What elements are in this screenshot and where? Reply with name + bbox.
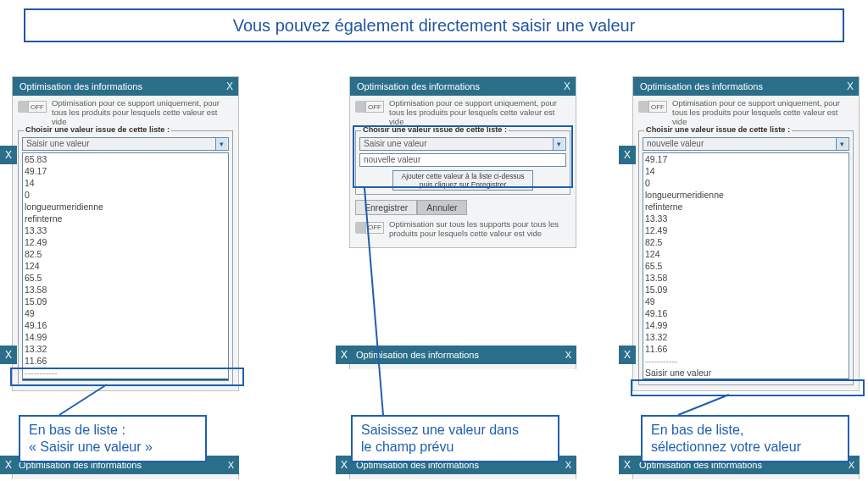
list-item[interactable]: refinterne [645, 201, 847, 213]
close-icon[interactable]: X [0, 456, 17, 474]
dialog-title: Optimisation des informations [19, 81, 142, 91]
chevron-down-icon: ▾ [553, 138, 565, 150]
dialog-fragment [349, 364, 576, 369]
close-icon[interactable]: X [619, 346, 636, 364]
toggle-description: Optimisation pour ce support uniquement,… [389, 99, 570, 127]
list-item[interactable]: 49 [25, 307, 226, 319]
list-item[interactable]: 13.33 [25, 224, 226, 236]
callout-line: Saisissez une valeur dans [361, 422, 549, 439]
close-icon: X [565, 460, 571, 470]
list-item[interactable]: 0 [25, 189, 226, 201]
list-item[interactable]: 0 [645, 177, 847, 189]
value-dropdown[interactable]: Saisir une valeur ▾ [22, 137, 229, 151]
list-item[interactable]: 13.58 [645, 272, 847, 284]
callout-line: En bas de liste : [29, 422, 197, 439]
list-item[interactable]: 49.16 [25, 319, 226, 331]
dialog-header[interactable]: Optimisation des informations X [13, 77, 238, 96]
value-dropdown[interactable]: Saisir une valeur ▾ [359, 137, 566, 151]
list-item[interactable]: 14.99 [645, 319, 847, 331]
toggle-off[interactable] [355, 101, 384, 113]
callout-line: sélectionnez votre valeur [651, 439, 839, 456]
hint-line: Ajouter cette valeur à la liste ci-dessu… [395, 172, 531, 180]
close-icon[interactable]: X [619, 146, 636, 164]
list-item[interactable]: 65.83 [25, 153, 226, 165]
list-item[interactable]: 124 [25, 260, 226, 272]
close-icon[interactable]: X [0, 146, 17, 164]
list-item[interactable]: 13.58 [25, 284, 226, 296]
list-item[interactable]: 14 [645, 165, 847, 177]
stage: Optimisation des informations X Optimisa… [0, 61, 868, 481]
value-fieldset: Choisir une valeur issue de cette liste … [638, 130, 854, 385]
fieldset-legend: Choisir une valeur issue de cette liste … [24, 125, 171, 134]
chevron-down-icon: ▾ [215, 138, 227, 150]
new-value-input[interactable]: nouvelle valeur [359, 153, 566, 167]
list-item[interactable]: 14.99 [25, 331, 226, 343]
list-item[interactable]: 12.49 [645, 224, 847, 236]
svg-line-2 [678, 395, 729, 415]
value-listbox[interactable]: 65.8349.17140longueurmeridiennerefintern… [22, 152, 229, 381]
dropdown-value: nouvelle valeur [647, 139, 704, 148]
list-item[interactable]: 13.33 [645, 213, 847, 224]
dialog-fragment [12, 474, 239, 479]
close-icon[interactable]: X [564, 77, 570, 96]
list-item-selected[interactable]: nouvelle valeur▾ [643, 379, 849, 381]
callout-step1: En bas de liste : « Saisir une valeur » [19, 415, 207, 462]
toggle-off[interactable] [18, 101, 47, 113]
callout-line: « Saisir une valeur » [29, 439, 197, 456]
dialog-body: Optimisation pour ce support uniquement,… [350, 96, 576, 247]
dialog-step2: Optimisation des informations X Optimisa… [349, 76, 576, 248]
list-item[interactable]: 49.16 [645, 307, 847, 319]
list-item[interactable]: 15.09 [645, 284, 847, 296]
toggle-off[interactable] [638, 101, 667, 113]
list-item[interactable]: 14 [25, 177, 226, 189]
dialog-body: Optimisation pour ce support uniquement,… [13, 96, 238, 390]
save-button[interactable]: Enregistrer [355, 200, 417, 215]
list-item[interactable]: 65.5 [645, 260, 847, 272]
dialog-title: Optimisation des informations [356, 350, 479, 360]
list-item[interactable]: 12.49 [25, 236, 226, 248]
list-item[interactable]: 11.66 [645, 343, 847, 355]
dialog-title: Optimisation des informations [640, 81, 763, 91]
dialog-title: Optimisation des informations [357, 81, 480, 91]
close-icon[interactable]: X [226, 77, 233, 96]
list-item[interactable]: 49.17 [25, 165, 226, 177]
chevron-down-icon: ▾ [836, 138, 848, 150]
list-separator: ----------- [645, 355, 847, 367]
instruction-banner-text: Vous pouvez également directement saisir… [233, 16, 636, 36]
toggle-off[interactable] [355, 222, 384, 234]
callout-line: En bas de liste, [651, 422, 839, 439]
list-item-selected[interactable]: Saisir une valeur▾ [23, 379, 228, 381]
dialog-header[interactable]: Optimisation des informations X [350, 77, 576, 96]
value-fieldset: Choisir une valeur issue de cette liste … [18, 130, 233, 385]
cancel-button[interactable]: Annuler [417, 200, 466, 215]
close-icon[interactable]: X [0, 346, 17, 364]
list-item[interactable]: 13.32 [25, 343, 226, 355]
list-item[interactable]: 15.09 [25, 296, 226, 307]
toggle-description: Optimisation pour ce support uniquement,… [672, 99, 854, 127]
button-row: Enregistrer Annuler [355, 200, 570, 215]
fieldset-legend: Choisir une valeur issue de cette liste … [644, 125, 792, 134]
toggle-description: Optimisation pour ce support uniquement,… [52, 99, 233, 127]
value-fieldset: Choisir une valeur issue de cette liste … [355, 130, 570, 195]
instruction-banner: Vous pouvez également directement saisir… [24, 8, 844, 42]
value-listbox[interactable]: 49.17140longueurmeridiennerefinterne13.3… [643, 152, 849, 381]
list-item[interactable]: 82.5 [25, 248, 226, 260]
close-icon[interactable]: X [847, 77, 854, 96]
list-item[interactable]: 65.5 [25, 272, 226, 284]
callout-step2: Saisissez une valeur dans le champ prévu [351, 415, 559, 462]
dialog-fragment [632, 474, 860, 479]
list-item[interactable]: refinterne [25, 213, 226, 224]
dropdown-placeholder: Saisir une valeur [26, 139, 89, 148]
list-item[interactable]: 49.17 [645, 153, 847, 165]
list-item[interactable]: Saisir une valeur [645, 367, 847, 379]
dialog-header[interactable]: Optimisation des informations X [633, 77, 859, 96]
list-item[interactable]: longueurmeridienne [645, 189, 847, 201]
value-dropdown[interactable]: nouvelle valeur ▾ [643, 137, 849, 151]
list-item[interactable]: 82.5 [645, 236, 847, 248]
list-item[interactable]: 11.66 [25, 355, 226, 367]
list-item[interactable]: 49 [645, 296, 847, 307]
list-item[interactable]: longueurmeridienne [25, 201, 226, 213]
list-item[interactable]: 13.32 [645, 331, 847, 343]
add-value-hint[interactable]: Ajouter cette valeur à la liste ci-dessu… [392, 170, 533, 191]
list-item[interactable]: 124 [645, 248, 847, 260]
